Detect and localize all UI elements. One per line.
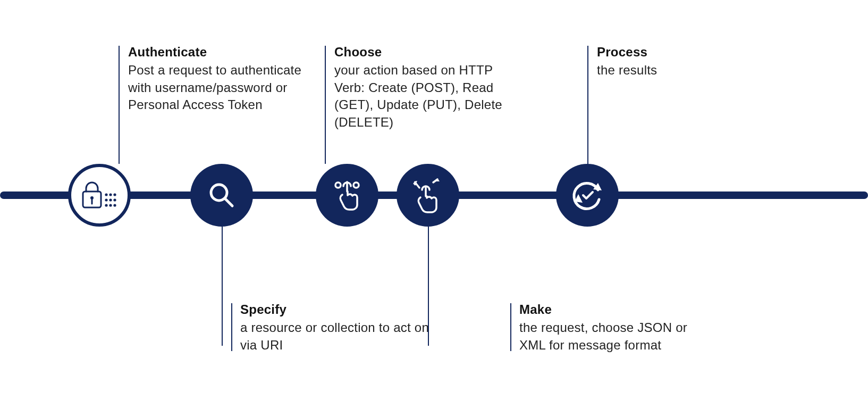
svg-point-13 <box>353 182 359 188</box>
label-separator-step-1 <box>119 46 120 126</box>
svg-point-4 <box>113 193 116 196</box>
connector-step-4 <box>428 227 429 346</box>
svg-point-12 <box>335 182 341 188</box>
label-desc-step-2: a resource or collection to act on via U… <box>240 319 432 354</box>
label-desc-step-4: the request, choose JSON or XML for mess… <box>519 319 711 354</box>
svg-point-2 <box>105 193 107 196</box>
label-step-5: Process the results <box>597 44 657 79</box>
swipe-gesture-icon <box>409 176 447 214</box>
label-desc-step-1: Post a request to authenticate with user… <box>128 62 319 113</box>
label-title-step-1: Authenticate <box>128 44 319 61</box>
svg-point-8 <box>105 204 107 206</box>
label-separator-step-5 <box>587 46 588 78</box>
step-node-4 <box>397 164 459 227</box>
label-step-3: Choose your action based on HTTP Verb: C… <box>334 44 526 131</box>
label-title-step-3: Choose <box>334 44 526 61</box>
label-step-2: Specify a resource or collection to act … <box>240 301 432 354</box>
svg-point-6 <box>109 198 112 201</box>
tap-select-icon <box>328 177 366 214</box>
connector-step-2 <box>222 227 223 346</box>
svg-point-3 <box>109 193 112 196</box>
step-node-5 <box>556 164 619 227</box>
svg-marker-17 <box>575 194 583 203</box>
step-node-3 <box>316 164 378 227</box>
svg-point-9 <box>109 204 112 206</box>
refresh-check-icon <box>569 177 606 214</box>
label-step-1: Authenticate Post a request to authentic… <box>128 44 319 114</box>
label-separator-step-4 <box>510 303 511 351</box>
label-title-step-4: Make <box>519 301 711 318</box>
label-separator-step-3 <box>325 46 326 126</box>
label-title-step-2: Specify <box>240 301 432 318</box>
label-desc-step-5: the results <box>597 62 657 79</box>
svg-point-5 <box>105 198 107 201</box>
label-separator-step-2 <box>231 303 232 351</box>
label-title-step-5: Process <box>597 44 657 61</box>
svg-point-7 <box>113 198 116 201</box>
svg-point-10 <box>113 204 116 206</box>
label-step-4: Make the request, choose JSON or XML for… <box>519 301 711 354</box>
step-node-1 <box>68 164 131 227</box>
search-icon <box>206 179 238 211</box>
label-desc-step-3: your action based on HTTP Verb: Create (… <box>334 62 526 131</box>
lock-keypad-icon <box>79 179 120 212</box>
process-timeline-diagram: Authenticate Post a request to authentic… <box>0 0 868 408</box>
step-node-2 <box>190 164 253 227</box>
